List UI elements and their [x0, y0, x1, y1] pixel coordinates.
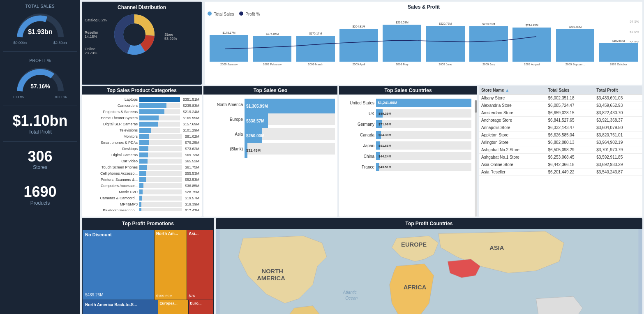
- map-title: Top Profit Countries: [216, 218, 642, 229]
- products-label: Products: [3, 200, 77, 206]
- col-total-sales[interactable]: Total Sales: [546, 86, 594, 95]
- total-sales-title: Total Sales: [3, 4, 77, 9]
- bar-jul-rect: [469, 26, 508, 62]
- profit-pct-kpi: Profit % 57.16% 0.00% 70.00%: [3, 58, 77, 99]
- products-stat: 1690 Products: [3, 184, 77, 206]
- bar-aug: $214.43M 2009 August: [510, 24, 553, 66]
- cat-hometheater: Home Theater System $165.99M: [84, 115, 199, 120]
- tm-northam[interactable]: North Am... $159.59M: [155, 230, 187, 300]
- total-profit-cell: $3,592,911.85: [594, 154, 642, 161]
- total-sales-cell: $6,085,724.47: [546, 102, 594, 109]
- profit-pct-title: Profit %: [3, 58, 77, 63]
- sp-title: Sales & Profit: [208, 4, 640, 10]
- scrollbar-thumb[interactable]: [475, 100, 477, 113]
- geo-northamerica: North America $1,305.99M: [206, 99, 335, 110]
- channel-title: Channel Distribution: [85, 5, 199, 10]
- sales-profit-section: Sales & Profit Total Sales Profit %: [205, 2, 642, 85]
- bar-oct-rect: [599, 43, 638, 62]
- store-name-cell: Arlington Store: [479, 139, 546, 146]
- total-profit-cell: $3,604,079.50: [594, 124, 642, 132]
- tm-europea[interactable]: Europea... $65.28M: [158, 300, 188, 314]
- cat-tvs: Televisions $101.29M: [84, 128, 199, 133]
- svg-text:AFRICA: AFRICA: [404, 284, 427, 291]
- table-row: Albany Store$6,002,351.18$3,433,691.03: [479, 95, 642, 102]
- top-profit-countries: Top Profit Countries: [216, 218, 642, 314]
- stores-value: 306: [3, 148, 77, 165]
- top-row: Channel Distribution Catalog 8.2% Resell…: [80, 0, 644, 86]
- channel-left-labels: Catalog 8.2% Reseller14.15% Online23.73%: [85, 18, 107, 55]
- country-uk: UK $89.39M: [342, 109, 471, 118]
- tm-euro[interactable]: Euro... $44.05M: [189, 300, 213, 314]
- table-row: Asia Online Store$6,442,366.18$3,692,933…: [479, 161, 642, 169]
- bar-jul: $220.23M 2009 July: [467, 23, 510, 66]
- treemap-row2a: Europea... $65.28M Euro... $44.05M: [158, 300, 213, 314]
- bar-jun-rect: [426, 26, 465, 62]
- total-sales-cell: $6,841,527.65: [546, 117, 594, 124]
- store-label: Store53.92%: [164, 32, 177, 41]
- total-sales-range: $0.00bn $2.30bn: [14, 41, 67, 45]
- store-name-cell: Amsterdam Store: [479, 109, 546, 117]
- country-canada: Canada $64.39M: [342, 131, 471, 139]
- sp-legend: Total Sales Profit %: [208, 12, 640, 16]
- products-value: 1690: [3, 184, 77, 200]
- store-name-cell: Asia Reseller: [479, 169, 546, 176]
- reseller-label: Reseller14.15%: [85, 30, 107, 39]
- donut-chart: [112, 12, 161, 61]
- cat-compaccsr: Computers Accessor... $36.85M: [84, 183, 199, 188]
- total-profit-cell: $3,822,430.70: [594, 109, 642, 117]
- store-name-cell: Ashgabat No.2 Store: [479, 146, 546, 154]
- bar-sep-rect: [556, 29, 595, 62]
- total-profit-cell: $3,459,652.93: [594, 102, 642, 109]
- total-sales-cell: $6,626,585.04: [546, 132, 594, 139]
- total-sales-kpi: Total Sales $1.93bn $0.00bn $2.30bn: [3, 4, 77, 45]
- cat-cellacc: Cell phones Accesso... $55.53M: [84, 171, 199, 176]
- tm-northam-val: $159.59M: [156, 294, 185, 298]
- tm-nodiscount[interactable]: No Discount $439.26M: [83, 230, 154, 300]
- bar-jan: $178.17M 2009 January: [208, 31, 250, 66]
- treemap-row2: North America Back-to-S... $195.53M Euro…: [83, 300, 213, 314]
- profit-dot: [239, 12, 243, 16]
- svg-text:EUROPE: EUROPE: [401, 241, 427, 248]
- cat-dslr: Digital SLR Cameras $157.69M: [84, 122, 199, 127]
- table-row: Alexandria Store$6,085,724.47$3,459,652.…: [479, 102, 642, 109]
- svg-text:AMERICA: AMERICA: [257, 275, 285, 282]
- sp-legend-sales: Total Sales: [208, 12, 234, 16]
- channel-inner: Catalog 8.2% Reseller14.15% Online23.73%: [85, 12, 199, 61]
- treemap-row1: No Discount $439.26M North Am... $159.59…: [83, 230, 213, 300]
- svg-text:NORTH: NORTH: [262, 268, 283, 275]
- col-store-name[interactable]: Store Name ▲: [479, 86, 546, 95]
- bar-mar: $175.17M 2009 March: [294, 32, 337, 66]
- bar-may: $226.53M 2009 May: [381, 21, 423, 66]
- promo-title: Top Profit Promotions: [82, 218, 214, 229]
- bar-aug-rect: [512, 28, 551, 62]
- store-name-cell: Anchorage Store: [479, 117, 546, 124]
- top-geo: Top Sales Geo North America $1,305.99M E…: [203, 86, 337, 217]
- table-header-row: Store Name ▲ Total Sales Total Profit: [479, 86, 642, 95]
- scrollbar[interactable]: [475, 100, 477, 217]
- tm-euro-title: Euro...: [190, 301, 212, 305]
- tm-asi[interactable]: Asi... $76...: [187, 230, 213, 300]
- sort-arrow: ▲: [505, 88, 509, 92]
- cat-bluetooth: Bluetooth Headpho... $17.47M: [84, 208, 199, 211]
- top-countries: Top Sales Countries United States $1,241…: [339, 86, 477, 217]
- tm-nabts[interactable]: North America Back-to-S... $195.53M: [83, 300, 158, 314]
- cat-projectors: Projectors & Screens $219.24M: [84, 109, 199, 114]
- total-profit-stat: $1.10bn Total Profit: [3, 113, 77, 135]
- catalog-label: Catalog 8.2%: [85, 18, 107, 22]
- bar-apr-rect: [339, 29, 378, 62]
- country-china: China $44.24M: [342, 152, 471, 160]
- cat-camcordacc: Cameras & Camcord... $19.57M: [84, 196, 199, 201]
- store-name-cell: Appleton Store: [479, 132, 546, 139]
- table-row: Arlington Store$6,882,080.13$3,964,902.1…: [479, 139, 642, 146]
- tm-nabts-title: North America Back-to-S...: [85, 302, 155, 307]
- world-map-svg: NORTH AMERICA SOUTH AFRICA EUROPE ASIA A…: [216, 229, 642, 314]
- tm-nodiscount-val: $439.26M: [85, 293, 152, 297]
- profit-pct-gauge: 57.16% 0.00% 70.00%: [14, 65, 67, 99]
- svg-text:Atlantic: Atlantic: [343, 290, 357, 295]
- col-total-profit[interactable]: Total Profit: [594, 86, 642, 95]
- total-profit-cell: $3,701,970.79: [594, 146, 642, 154]
- total-sales-gauge: $1.93bn $0.00bn $2.30bn: [14, 10, 67, 45]
- bar-may-rect: [383, 25, 421, 62]
- right-panel: Channel Distribution Catalog 8.2% Resell…: [80, 0, 644, 314]
- total-profit-value: $1.10bn: [3, 113, 77, 129]
